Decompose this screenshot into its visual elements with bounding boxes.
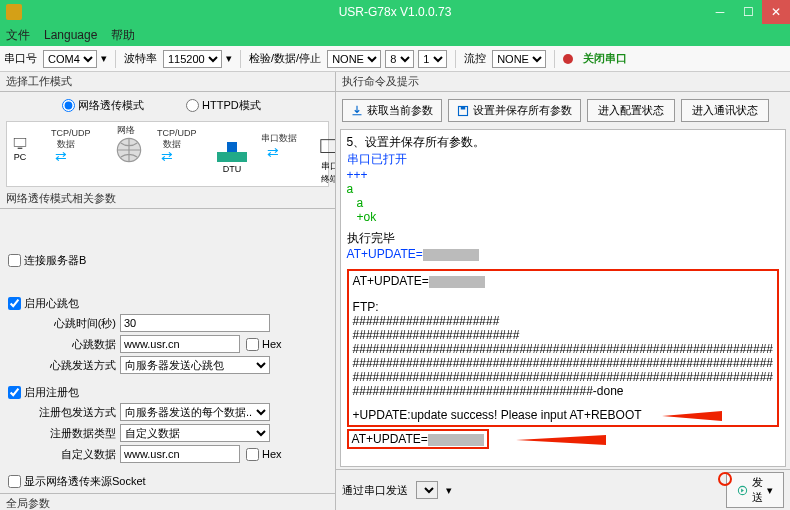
mode-net-radio[interactable]: 网络透传模式	[62, 98, 144, 113]
databits-select[interactable]: 8	[385, 50, 414, 68]
globe-icon	[115, 136, 143, 164]
com-select[interactable]: COM4	[43, 50, 97, 68]
hb-send-select[interactable]: 向服务器发送心跳包	[120, 356, 270, 374]
highlight-box-1: AT+UPDATE= FTP: ###################### #…	[347, 269, 779, 427]
menu-file[interactable]: 文件	[6, 27, 30, 44]
close-port-button[interactable]: 关闭串口	[583, 51, 627, 66]
right-panel: 执行命令及提示 获取当前参数 设置并保存所有参数 进入配置状态 进入通讯状态 5…	[336, 72, 790, 510]
mode-http-radio[interactable]: HTTPD模式	[186, 98, 261, 113]
enter-config-button[interactable]: 进入配置状态	[587, 99, 675, 122]
svg-rect-3	[217, 152, 247, 162]
hb-hex-checkbox[interactable]: Hex	[246, 338, 282, 351]
menu-help[interactable]: 帮助	[111, 27, 135, 44]
reg-enable-checkbox[interactable]: 启用注册包	[8, 385, 329, 400]
send-bar: 通过串口发送 ▾ 发送 ▾	[336, 469, 790, 510]
redacted-value	[423, 249, 479, 261]
server-b-checkbox[interactable]: 连接服务器B	[8, 253, 329, 268]
menu-language[interactable]: Language	[44, 28, 97, 42]
baud-label: 波特率	[124, 51, 157, 66]
reg-send-select[interactable]: 向服务器发送的每个数据...	[120, 403, 270, 421]
svg-rect-4	[227, 142, 237, 152]
pc-icon	[13, 136, 27, 150]
com-label: 串口号	[4, 51, 37, 66]
heartbeat-enable-checkbox[interactable]: 启用心跳包	[8, 296, 329, 311]
terminal-icon	[317, 136, 336, 158]
get-params-button[interactable]: 获取当前参数	[342, 99, 442, 122]
topology-diagram: PC TCP/UDP 数据 ⇄ 网络 TCP/UDP 数据 ⇄ DTU 串口数据…	[6, 121, 329, 187]
maximize-button[interactable]: ☐	[734, 0, 762, 24]
svg-rect-5	[321, 140, 336, 153]
close-button[interactable]: ✕	[762, 0, 790, 24]
svg-rect-1	[18, 148, 23, 149]
highlight-box-2: AT+UPDATE=	[347, 429, 489, 449]
svg-rect-7	[460, 106, 465, 109]
window-title: USR-G78x V1.0.0.73	[339, 5, 452, 19]
enter-comm-button[interactable]: 进入通讯状态	[681, 99, 769, 122]
baud-select[interactable]: 115200	[163, 50, 222, 68]
arrow-icon	[516, 435, 606, 445]
send-icon	[737, 485, 748, 496]
hb-time-input[interactable]	[120, 314, 270, 332]
reg-custom-input[interactable]	[120, 445, 240, 463]
flow-select[interactable]: NONE	[492, 50, 546, 68]
menu-bar: 文件 Language 帮助	[0, 24, 790, 46]
reg-hex-checkbox[interactable]: Hex	[246, 448, 282, 461]
reg-type-select[interactable]: 自定义数据	[120, 424, 270, 442]
show-socket-checkbox[interactable]: 显示网络透传来源Socket	[8, 474, 329, 489]
left-panel: 选择工作模式 网络透传模式 HTTPD模式 PC TCP/UDP 数据 ⇄ 网络…	[0, 72, 336, 510]
log-panel[interactable]: 5、设置并保存所有参数。 串口已打开 +++ a a +ok 执行完毕 AT+U…	[340, 129, 786, 467]
set-params-button[interactable]: 设置并保存所有参数	[448, 99, 581, 122]
send-button[interactable]: 发送 ▾	[726, 472, 784, 508]
parity-select[interactable]: NONE	[327, 50, 381, 68]
dtu-icon	[217, 140, 247, 162]
title-bar: USR-G78x V1.0.0.73 ─ ☐ ✕	[0, 0, 790, 24]
app-icon	[6, 4, 22, 20]
global-params-title: 全局参数	[0, 493, 335, 510]
port-status-icon	[563, 54, 573, 64]
hb-data-input[interactable]	[120, 335, 240, 353]
highlight-circle	[718, 472, 732, 486]
parity-label: 检验/数据/停止	[249, 51, 321, 66]
svg-rect-0	[14, 138, 26, 146]
net-params-title: 网络透传模式相关参数	[0, 189, 335, 209]
download-icon	[351, 105, 363, 117]
cmd-title: 执行命令及提示	[336, 72, 790, 92]
flow-label: 流控	[464, 51, 486, 66]
serial-toolbar: 串口号 COM4 ▾ 波特率 115200 ▾ 检验/数据/停止 NONE 8 …	[0, 46, 790, 72]
send-mode-select[interactable]	[416, 481, 438, 499]
minimize-button[interactable]: ─	[706, 0, 734, 24]
mode-group-title: 选择工作模式	[0, 72, 335, 92]
arrow-icon	[662, 411, 722, 421]
save-icon	[457, 105, 469, 117]
stopbits-select[interactable]: 1	[418, 50, 447, 68]
